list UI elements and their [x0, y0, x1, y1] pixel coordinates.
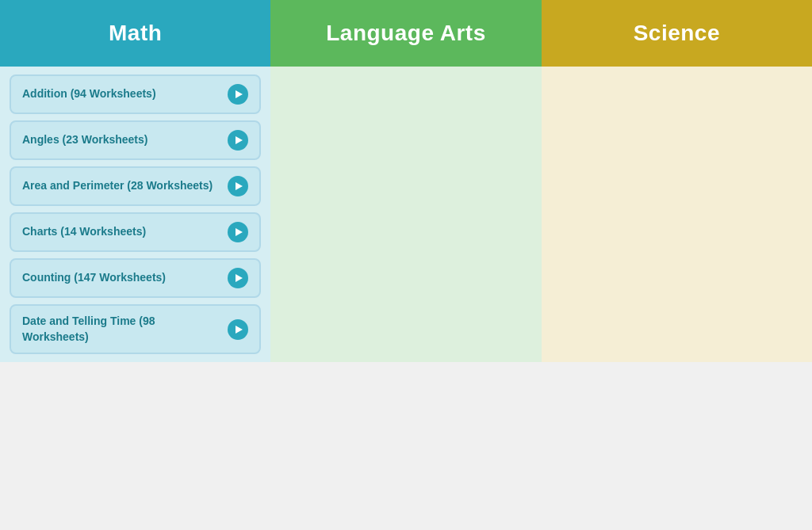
science-title: Science	[634, 21, 720, 46]
science-header: Science	[542, 0, 812, 67]
subject-grid: Math Addition (94 Worksheets)Angles (23 …	[0, 0, 812, 362]
math-column: Math Addition (94 Worksheets)Angles (23 …	[0, 0, 270, 362]
play-icon-math-1	[228, 130, 248, 151]
item-label-math-1: Angles (23 Worksheets)	[22, 132, 221, 148]
language-arts-title: Language Arts	[326, 21, 486, 46]
item-label-math-2: Area and Perimeter (28 Worksheets)	[22, 178, 221, 194]
math-header: Math	[0, 0, 270, 67]
list-item-math-3[interactable]: Charts (14 Worksheets)	[10, 212, 261, 252]
math-body: Addition (94 Worksheets)Angles (23 Works…	[0, 67, 270, 362]
list-item-math-2[interactable]: Area and Perimeter (28 Worksheets)	[10, 166, 261, 206]
science-column: Science	[542, 0, 812, 362]
item-label-math-4: Counting (147 Worksheets)	[22, 270, 221, 286]
play-icon-math-4	[228, 268, 248, 288]
list-item-math-5[interactable]: Date and Telling Time (98 Worksheets)	[10, 304, 261, 354]
list-item-math-0[interactable]: Addition (94 Worksheets)	[10, 74, 261, 114]
math-title: Math	[109, 21, 162, 46]
language-arts-header: Language Arts	[270, 0, 541, 67]
play-icon-math-0	[228, 84, 248, 105]
item-label-math-5: Date and Telling Time (98 Worksheets)	[22, 314, 221, 345]
play-icon-math-2	[228, 176, 248, 196]
language-arts-column: Language Arts	[270, 0, 541, 362]
item-label-math-3: Charts (14 Worksheets)	[22, 224, 221, 240]
list-item-math-4[interactable]: Counting (147 Worksheets)	[10, 258, 261, 298]
item-label-math-0: Addition (94 Worksheets)	[22, 86, 221, 102]
language-arts-body	[270, 67, 541, 362]
play-icon-math-3	[228, 222, 248, 242]
science-body	[542, 67, 812, 362]
play-icon-math-5	[228, 319, 248, 340]
list-item-math-1[interactable]: Angles (23 Worksheets)	[10, 120, 261, 160]
